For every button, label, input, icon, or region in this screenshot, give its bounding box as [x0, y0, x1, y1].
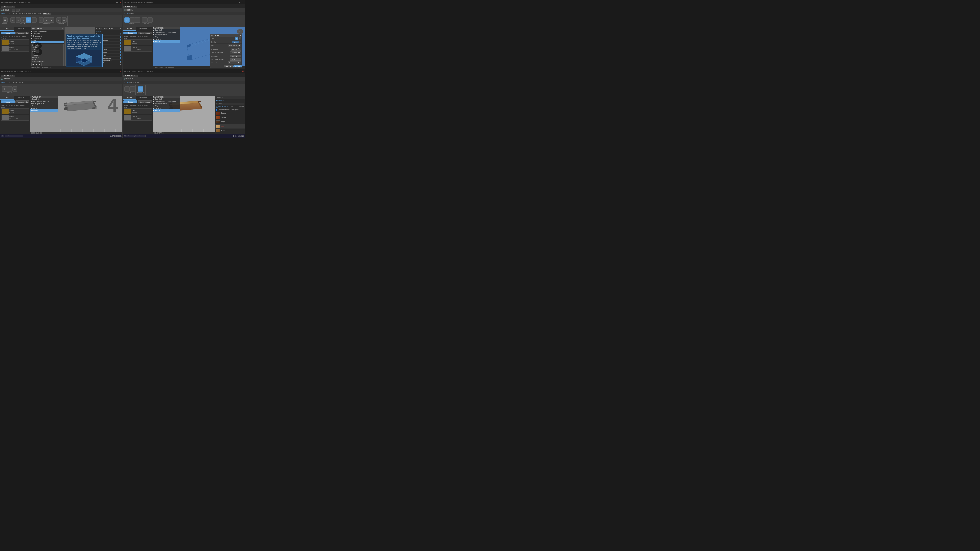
ribbon-tab-solido-4[interactable]: SÓLIDO — [124, 82, 130, 84]
puntos-check[interactable] — [119, 51, 121, 53]
corte-check[interactable] — [119, 45, 121, 47]
windows-btn-4[interactable]: ⊞ — [124, 135, 127, 137]
r4-btn3[interactable]: ⊞ — [138, 86, 143, 92]
crear-btn2[interactable]: ◯ — [16, 17, 21, 22]
design-item-cara-b-1[interactable]: Cara B 11:51:45 AM — [1, 46, 29, 51]
minimize-btn-1[interactable]: ─ — [116, 2, 118, 3]
extruir-btn-2[interactable]: ⬡ — [124, 17, 129, 22]
r4-btn1[interactable]: ⬡ — [124, 86, 129, 92]
add-tab-btn-1[interactable]: + — [15, 6, 18, 8]
insert-btn1[interactable]: ⊞ — [56, 17, 61, 22]
panel-tab-datos-3[interactable]: Datos — [0, 96, 14, 100]
design-item-cara-a-1[interactable]: Cara A 8/23/21 — [1, 39, 29, 45]
perfil-check[interactable] — [119, 48, 121, 50]
nav-collapse-1[interactable]: ◀ — [62, 28, 63, 30]
nav-item-componente[interactable]: ▶Nuevo componente — [30, 30, 64, 32]
search-input-3[interactable] — [5, 135, 23, 137]
crear-btn3[interactable]: △ — [21, 17, 26, 22]
forzar-check[interactable] — [119, 42, 121, 44]
material-nogal[interactable]: Nogal — [215, 120, 245, 124]
nav2-bocetos[interactable]: ▶ Bocetos — [153, 40, 180, 43]
tab-cara-b-v2[interactable]: Cara B v2 ✕ — [123, 6, 137, 8]
panel-tab-personas-2[interactable]: Personas — [137, 27, 150, 31]
close-btn-3[interactable]: ✕ — [120, 70, 121, 72]
mariana-menu-2[interactable]: DISEÑO ▾ — [126, 9, 133, 11]
tipo-btn-1[interactable]: ⬡ — [235, 38, 238, 40]
maximize-btn-4[interactable]: □ — [241, 70, 242, 72]
nav2-vistas[interactable]: ▶ Vistas guardadas — [153, 33, 180, 36]
cargar-btn-3[interactable]: Cargar — [1, 100, 15, 103]
mod2-btn2[interactable]: △ — [135, 17, 140, 22]
distancia-input[interactable] — [230, 55, 241, 57]
insert-btn2[interactable]: ⊠ — [62, 17, 67, 22]
nav2-cara-b[interactable]: ▶ Cara B v2 — [153, 29, 180, 31]
maximize-btn-3[interactable]: □ — [118, 70, 119, 72]
crear-btn1[interactable]: ▭ — [10, 17, 16, 22]
nav3-cuerpos[interactable]: ▶ Cuerpos — [30, 107, 58, 110]
panel-settings-3[interactable]: ⚙ — [27, 96, 30, 100]
panel-settings-2[interactable]: ⚙ — [150, 27, 153, 31]
minimize-btn-3[interactable]: ─ — [116, 70, 118, 72]
nav3-vistas[interactable]: ▶ Vistas guardadas — [30, 103, 58, 105]
ribbon-tab-solido-1[interactable]: SÓLIDO — [1, 13, 7, 14]
nueva-carpeta-btn-1[interactable]: Nueva carpeta — [16, 32, 30, 35]
cargar-btn-2[interactable]: Cargar — [123, 32, 138, 35]
design-item-cara-a-4[interactable]: Cara A 8/23/21 — [124, 108, 152, 114]
close-btn-1[interactable]: ✕ — [120, 2, 121, 3]
nav4-cuerpos[interactable]: ▶ Cuerpos — [153, 107, 180, 110]
ribbon-tab-boceto-2[interactable]: BOCETO — [130, 13, 137, 14]
cotas-check[interactable] — [119, 54, 121, 56]
mod2-btn3[interactable]: ✂ — [142, 17, 147, 22]
r4-btn2[interactable]: ○ — [130, 86, 135, 92]
design-item-cara-a-3[interactable]: Cara A 8/23/21 — [1, 108, 29, 114]
material-roble[interactable]: Roble — [215, 129, 245, 133]
play-btn-1[interactable]: ▶ — [35, 63, 38, 66]
operacion-select[interactable]: Cuerpo nue. — [228, 61, 241, 64]
material-cerezo[interactable]: Cerezo — [215, 116, 245, 120]
nav4-vistas[interactable]: ▶ Vistas guardadas — [153, 103, 180, 105]
r3-btn2[interactable]: ○ — [7, 86, 12, 92]
mod-btn3[interactable]: ⊿ — [49, 17, 54, 22]
nav4-bocetos[interactable]: ▶ Bocetos — [153, 110, 180, 112]
perfiles-clear[interactable]: ✕ — [239, 41, 241, 43]
panel-tab-personas-1[interactable]: Personas — [14, 27, 27, 31]
ribbon-tab-surf-4[interactable]: SUPERFICIE — [130, 82, 140, 84]
mariana-menu-3[interactable]: Mariana ▾ — [3, 78, 10, 80]
direccion-select[interactable]: Un lado — [231, 48, 241, 51]
maximize-btn-2[interactable]: □ — [241, 2, 242, 3]
maximize-btn-1[interactable]: □ — [118, 2, 119, 3]
panel-tab-datos-1[interactable]: Datos — [0, 27, 14, 31]
design-item-cara-b-2[interactable]: Cara B 11:07:32 AM — [124, 46, 152, 51]
r3-btn1[interactable]: ⬡ — [2, 86, 7, 92]
mariana-menu-4[interactable]: Mariana ▾ — [126, 78, 132, 80]
nav-sub-prisma[interactable]: Prisma rectangular — [31, 61, 64, 63]
nueva-carpeta-btn-3[interactable]: Nueva carpeta — [16, 100, 30, 103]
cancel-btn-2[interactable]: Cancelar — [224, 65, 233, 67]
tab-cara-a[interactable]: Cara A v1* ✕ — [1, 6, 15, 8]
lirar-check[interactable] — [119, 36, 121, 38]
panel-tab-personas-3[interactable]: Personas — [14, 96, 27, 100]
crear-btn4[interactable]: ⬡ — [26, 17, 31, 22]
inicio-select[interactable]: Plano de pe — [228, 44, 241, 47]
play-prev-1[interactable]: ⏮ — [31, 63, 35, 66]
minimize-btn-4[interactable]: ─ — [239, 70, 240, 72]
ribbon-tab-solido-3[interactable]: SÓLIDO — [1, 82, 7, 84]
close-tab-4[interactable]: ✕ — [134, 75, 135, 76]
angulo-input[interactable] — [230, 58, 241, 61]
nav2-config[interactable]: ▶ Configuración del documento — [153, 31, 180, 33]
filter-tab-fav[interactable]: Favoritos — [239, 106, 244, 108]
cargar-btn-1[interactable]: Cargar — [1, 32, 15, 35]
nav3-bocetos[interactable]: ▶ Bocetos — [30, 110, 58, 112]
panel-tab-datos-4[interactable]: Datos — [123, 96, 137, 100]
nav3-config[interactable]: ▶ Configuración del documento — [30, 100, 58, 103]
ribbon-tab-malla-3[interactable]: MALLA — [18, 82, 23, 84]
ribbon-tab-herr-1[interactable]: HERRAMIENTAS — [29, 13, 42, 14]
material-pino[interactable]: Pino — [215, 124, 245, 129]
design-item-cara-a-2[interactable]: Cara A 8/23/21 — [124, 39, 152, 45]
geometrias-check[interactable] — [119, 61, 121, 62]
r3-btn3[interactable]: △ — [13, 86, 18, 92]
nav2-cuerpos[interactable]: ▶ Cuerpos — [153, 38, 180, 40]
panel-tab-personas-4[interactable]: Personas — [137, 96, 150, 100]
windows-btn-3[interactable]: ⊞ — [1, 135, 4, 137]
palette-close-1[interactable]: ✕ — [120, 27, 121, 29]
